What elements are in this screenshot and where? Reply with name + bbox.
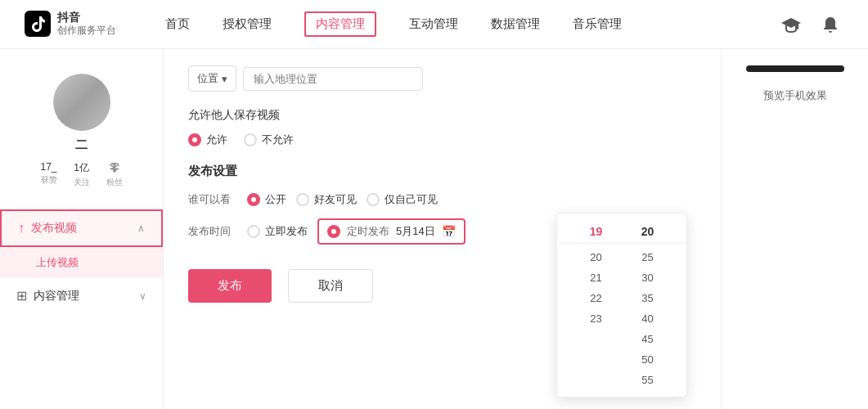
nav-content[interactable]: 内容管理 bbox=[304, 11, 376, 37]
cancel-button[interactable]: 取消 bbox=[288, 269, 373, 303]
nav-home[interactable]: 首页 bbox=[165, 13, 190, 35]
content-area: 位置 ▾ 允许他人保存视频 允许 不允许 发布设置 谁可以看 bbox=[164, 49, 721, 409]
time-row-1[interactable]: 21 30 bbox=[564, 267, 680, 288]
grid-icon: ⊞ bbox=[16, 288, 27, 303]
chevron-up-icon: ∧ bbox=[137, 222, 145, 234]
time-row-0[interactable]: 20 25 bbox=[564, 247, 680, 267]
upload-icon: ↑ bbox=[18, 221, 25, 236]
time-picker-header: 19 20 bbox=[557, 220, 686, 244]
radio-private-icon bbox=[367, 193, 380, 206]
nav-music[interactable]: 音乐管理 bbox=[573, 13, 622, 35]
radio-unchecked-icon bbox=[244, 133, 257, 146]
top-nav: 抖音 创作服务平台 首页 授权管理 内容管理 互动管理 数据管理 音乐管理 bbox=[0, 0, 868, 49]
allow-save-title: 允许他人保存视频 bbox=[188, 108, 696, 123]
radio-friends[interactable]: 好友可见 bbox=[296, 192, 357, 207]
nav-interact[interactable]: 互动管理 bbox=[409, 13, 458, 35]
svg-rect-2 bbox=[797, 24, 798, 29]
location-row: 位置 ▾ bbox=[188, 65, 696, 92]
logo-line2: 创作服务平台 bbox=[57, 24, 116, 38]
dropdown-arrow-icon: ▾ bbox=[222, 73, 227, 85]
nav-auth[interactable]: 授权管理 bbox=[223, 13, 272, 35]
location-select[interactable]: 位置 ▾ bbox=[188, 65, 236, 92]
sidebar-submenu-upload[interactable]: 上传视频 bbox=[0, 247, 163, 278]
preview-bar bbox=[746, 65, 844, 72]
bell-icon[interactable] bbox=[817, 11, 843, 38]
time-row-5[interactable]: 50 bbox=[564, 349, 680, 370]
sidebar-menu: ↑ 发布视频 ∧ 上传视频 ⊞ 内容管理 ∨ bbox=[0, 209, 163, 313]
publish-settings-title: 发布设置 bbox=[188, 164, 696, 179]
allow-save-options: 允许 不允许 bbox=[188, 133, 696, 147]
chevron-down-icon: ∨ bbox=[139, 290, 146, 302]
user-stats: 17_ 获赞 1亿 关注 零 粉丝 bbox=[40, 161, 122, 188]
scheduled-date: 5月14日 bbox=[396, 224, 435, 239]
radio-public-icon bbox=[247, 193, 260, 206]
avatar-area: 二 17_ 获赞 1亿 关注 零 粉丝 bbox=[0, 65, 163, 201]
sidebar-item-content-manage[interactable]: ⊞ 内容管理 ∨ bbox=[0, 278, 163, 313]
publish-time-label: 发布时间 bbox=[188, 224, 237, 239]
radio-private[interactable]: 仅自己可见 bbox=[367, 192, 438, 207]
nav-items: 首页 授权管理 内容管理 互动管理 数据管理 音乐管理 bbox=[165, 11, 778, 37]
sidebar-item-publish-video[interactable]: ↑ 发布视频 ∧ bbox=[0, 209, 163, 247]
radio-disallow[interactable]: 不允许 bbox=[244, 133, 294, 147]
who-can-see-label: 谁可以看 bbox=[188, 192, 237, 207]
main-layout: 二 17_ 获赞 1亿 关注 零 粉丝 ↑ bbox=[0, 49, 868, 409]
radio-allow[interactable]: 允许 bbox=[188, 133, 227, 147]
time-row-2[interactable]: 22 35 bbox=[564, 288, 680, 308]
nav-right-icons bbox=[778, 11, 843, 38]
logo-area: 抖音 创作服务平台 bbox=[25, 11, 116, 38]
who-can-see-row: 谁可以看 公开 好友可见 仅自己可见 bbox=[188, 192, 696, 207]
scheduled-label: 定时发布 bbox=[347, 224, 389, 239]
time-header-col1: 19 bbox=[590, 225, 603, 238]
publish-video-label: 发布视频 bbox=[31, 221, 77, 236]
time-header-col2: 20 bbox=[641, 225, 654, 238]
stat-likes: 17_ 获赞 bbox=[40, 161, 56, 188]
time-row-4[interactable]: 45 bbox=[564, 329, 680, 349]
scheduled-publish-box[interactable]: 定时发布 5月14日 📅 bbox=[317, 218, 465, 245]
avatar bbox=[53, 74, 110, 131]
tiktok-logo-icon bbox=[25, 11, 51, 37]
radio-scheduled-icon bbox=[327, 225, 340, 238]
stat-fans: 零 粉丝 bbox=[106, 161, 123, 188]
time-picker-dropdown: 19 20 20 25 21 30 22 35 23 40 bbox=[556, 213, 687, 398]
sidebar: 二 17_ 获赞 1亿 关注 零 粉丝 ↑ bbox=[0, 49, 164, 409]
stat-following: 1亿 关注 bbox=[74, 161, 90, 188]
time-row-3[interactable]: 23 40 bbox=[564, 308, 680, 329]
radio-immediate[interactable]: 立即发布 bbox=[247, 224, 308, 239]
publish-button[interactable]: 发布 bbox=[188, 269, 272, 303]
graduation-cap-icon[interactable] bbox=[778, 11, 804, 38]
user-name: 二 bbox=[75, 137, 88, 153]
radio-immediate-icon bbox=[247, 225, 260, 238]
time-picker-rows: 20 25 21 30 22 35 23 40 45 bbox=[557, 247, 686, 390]
avatar-image bbox=[53, 74, 110, 131]
radio-checked-icon bbox=[188, 133, 201, 146]
preview-panel: 预览手机效果 bbox=[721, 49, 868, 409]
logo-line1: 抖音 bbox=[57, 11, 116, 25]
radio-public[interactable]: 公开 bbox=[247, 192, 286, 207]
calendar-icon[interactable]: 📅 bbox=[442, 225, 456, 238]
preview-label: 预览手机效果 bbox=[763, 88, 827, 103]
time-row-6[interactable]: 55 bbox=[564, 370, 680, 390]
location-input[interactable] bbox=[243, 67, 423, 91]
radio-friends-icon bbox=[296, 193, 309, 206]
nav-data[interactable]: 数据管理 bbox=[491, 13, 540, 35]
